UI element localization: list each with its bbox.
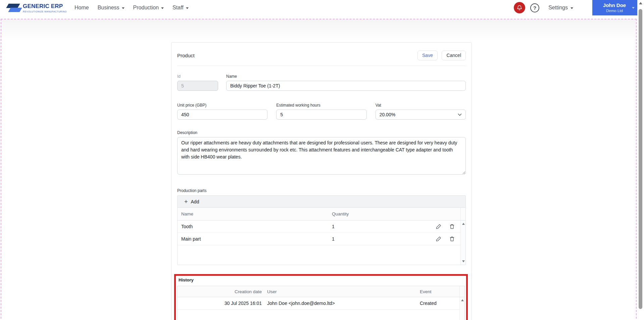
settings-menu[interactable]: Settings xyxy=(548,5,573,11)
history-table: Creation date User Event 30 Jul 2025 16:… xyxy=(177,286,465,320)
scroll-up-arrow-icon[interactable] xyxy=(461,299,464,301)
nav-item-business[interactable]: Business xyxy=(98,5,125,11)
column-header-creation-date: Creation date xyxy=(178,289,264,294)
column-header-event: Event xyxy=(420,289,459,294)
user-menu-button[interactable]: John Doe Demo Ltd xyxy=(592,0,637,15)
unit-price-label: Unit price (GBP) xyxy=(177,103,267,108)
cancel-button[interactable]: Cancel xyxy=(442,51,466,60)
chevron-down-icon xyxy=(161,7,164,9)
vat-select[interactable]: 20.00% xyxy=(376,110,466,120)
user-company: Demo Ltd xyxy=(597,8,632,13)
part-name: Tooth xyxy=(178,224,327,229)
history-section-highlight: History Creation date User Event 30 Jul … xyxy=(174,274,468,320)
history-event: Created xyxy=(420,301,459,306)
delete-button[interactable] xyxy=(449,224,455,229)
chevron-down-icon xyxy=(571,7,573,9)
column-header-quantity: Quantity xyxy=(327,211,460,216)
help-button[interactable]: ? xyxy=(530,3,539,12)
part-name: Main part xyxy=(178,236,327,242)
save-button[interactable]: Save xyxy=(417,51,438,60)
scroll-up-arrow-icon[interactable] xyxy=(462,223,465,225)
table-row[interactable]: 30 Jul 2025 16:01 John Doe <john.doe@dem… xyxy=(178,297,459,310)
nav-item-home[interactable]: Home xyxy=(75,5,89,11)
notifications-button[interactable] xyxy=(514,2,525,13)
scrollbar-thumb[interactable] xyxy=(639,9,642,309)
scroll-up-arrow-icon[interactable] xyxy=(639,2,642,4)
estimated-hours-field[interactable] xyxy=(276,110,366,120)
top-nav: GENERIC ERP REVOLUTIONIZE MANUFACTURING … xyxy=(0,0,637,15)
table-row[interactable]: Main part 1 xyxy=(178,233,460,245)
logo-tagline: REVOLUTIONIZE MANUFACTURING xyxy=(23,10,67,13)
question-icon: ? xyxy=(533,5,536,11)
id-field xyxy=(177,81,218,91)
chevron-down-icon xyxy=(186,7,189,9)
chevron-down-icon xyxy=(458,113,462,116)
edit-button[interactable] xyxy=(436,224,441,229)
product-form-card: Product Save Cancel Id Name Unit price (… xyxy=(171,42,472,320)
history-creation-date: 30 Jul 2025 16:01 xyxy=(178,301,264,306)
table-row[interactable]: Tooth 1 xyxy=(178,220,460,233)
main-menu: Home Business Production Staff xyxy=(75,5,189,11)
production-parts-header: Name Quantity xyxy=(178,208,465,220)
history-header: Creation date User Event xyxy=(178,286,464,297)
page-title: Product xyxy=(177,52,195,59)
history-label: History xyxy=(179,277,465,283)
id-label: Id xyxy=(177,74,218,79)
part-quantity: 1 xyxy=(327,236,430,242)
nav-item-production[interactable]: Production xyxy=(133,5,164,11)
page-scrollbar[interactable] xyxy=(637,0,644,320)
trash-icon xyxy=(449,236,455,242)
column-header-user: User xyxy=(264,289,420,294)
chevron-down-icon xyxy=(122,7,125,9)
unit-price-field[interactable] xyxy=(177,110,267,120)
production-parts-section: Production parts + Add Name Quantity Too… xyxy=(177,188,466,265)
pencil-icon xyxy=(436,224,441,229)
add-part-button[interactable]: + Add xyxy=(178,196,206,207)
app-logo[interactable]: GENERIC ERP REVOLUTIONIZE MANUFACTURING xyxy=(4,2,70,13)
user-name: John Doe xyxy=(597,2,632,8)
pencil-icon xyxy=(436,236,441,242)
bell-icon xyxy=(517,5,522,11)
part-quantity: 1 xyxy=(327,224,430,229)
chevron-down-icon xyxy=(632,7,635,9)
description-label: Description xyxy=(177,130,466,135)
vat-label: Vat xyxy=(376,103,466,108)
name-field[interactable] xyxy=(226,81,466,91)
nav-item-staff[interactable]: Staff xyxy=(172,5,189,11)
delete-button[interactable] xyxy=(449,236,455,242)
estimated-hours-label: Estimated working hours xyxy=(276,103,366,108)
column-header-name: Name xyxy=(178,211,327,216)
content-area: Product Save Cancel Id Name Unit price (… xyxy=(1,19,637,320)
logo-title: GENERIC ERP xyxy=(23,3,67,10)
table-scrollbar[interactable] xyxy=(460,220,465,265)
plus-icon: + xyxy=(184,199,188,205)
logo-icon xyxy=(4,2,21,13)
name-label: Name xyxy=(226,74,466,79)
table-scrollbar[interactable] xyxy=(459,297,464,320)
edit-button[interactable] xyxy=(436,236,441,242)
description-field[interactable]: Our ripper attachments are heavy duty at… xyxy=(177,137,466,175)
scroll-down-arrow-icon[interactable] xyxy=(462,260,465,262)
history-user: John Doe <john.doe@demo.ltd> xyxy=(264,301,420,306)
trash-icon xyxy=(449,224,455,229)
production-parts-label: Production parts xyxy=(177,188,466,193)
